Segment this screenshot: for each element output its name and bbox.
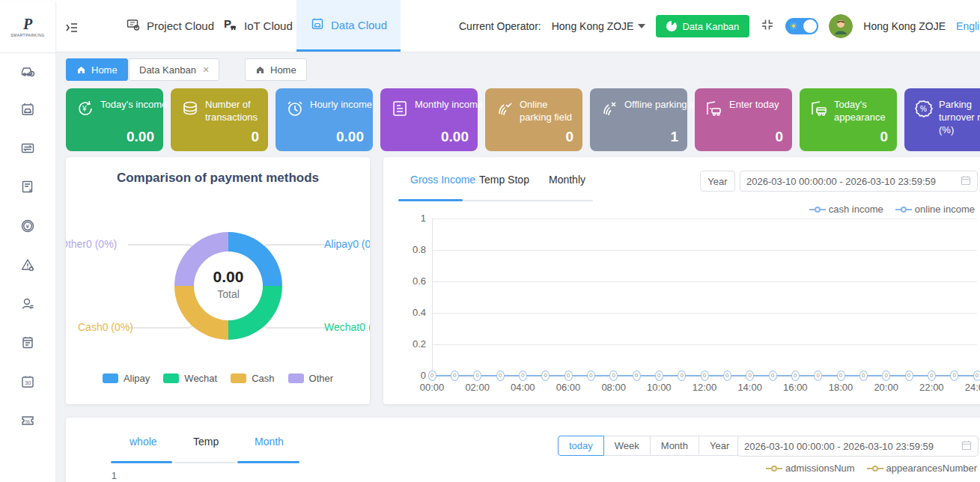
app-logo[interactable]: P SMARTPARKING [0,1,56,52]
y-axis-line [432,219,433,376]
tab-home[interactable]: Home [245,58,307,81]
svg-text:30: 30 [25,379,31,386]
x-tick-label: 04:00 [511,382,535,393]
x-tick-label: 06:00 [556,382,581,393]
payment-methods-panel: Comparison of payment methods 0.00 Total… [66,157,370,404]
month-doc-icon [389,98,410,119]
active-tab-underline [111,461,172,463]
menu-fold-icon[interactable] [64,20,79,38]
admissions-chart-panel: whole Temp Month today Week Month Year 2… [66,418,980,482]
data-point-marker: 0 [678,370,686,381]
stat-card-6[interactable]: Enter today0 [695,88,792,151]
bottom-date-range-input[interactable]: 2026-03-10 00:00:00 - 2026-03-10 23:59:5… [737,436,979,457]
income-coin-icon[interactable]: ¥ [19,218,36,234]
donut-center-text: 0.00 Total [174,268,282,300]
x-tick-label: 02:00 [465,382,490,393]
alert-warning-icon[interactable] [19,257,36,273]
x-tick-label: 12:00 [693,382,717,393]
toggle-knob [803,19,817,33]
data-point-marker: 0 [451,370,459,381]
legend-item-alipay[interactable]: Alipay [103,373,150,384]
tab-month[interactable]: Month [255,436,284,448]
stat-card-4[interactable]: Online parking field0 [485,88,582,151]
language-link[interactable]: English [956,20,980,32]
x-tick-label: 14:00 [737,382,762,393]
wifi-x-icon [599,98,620,119]
tab-temp[interactable]: Temp [193,436,219,448]
y-tick-label: 0.8 [396,244,426,255]
exit-fullscreen-icon[interactable] [760,17,775,35]
data-point-marker: 0 [746,370,754,381]
stat-card-0[interactable]: ¥Today's income ()0.00 [66,88,163,151]
avatar[interactable] [829,14,853,38]
navbar-right-cluster: Current Operator: Hong Kong ZOJE Data Ka… [459,0,980,52]
grid-line [432,281,977,282]
range-year-button[interactable]: Year [699,436,740,456]
project-cloud-icon [126,17,141,34]
card-label: Offline parking lot [624,98,686,111]
stat-card-2[interactable]: Hourly income0.00 [276,88,373,151]
y-tick-label: 0.2 [396,338,426,350]
data-point-marker: 0 [701,370,709,381]
card-label: Today's income () [100,98,162,111]
coupon-ticket-icon[interactable]: % [19,412,36,429]
data-point-marker: 0 [428,370,436,381]
logo-letter: P [23,16,32,31]
card-label: Parking turnover rate (%) [939,98,980,136]
x-tick-label: 00:00 [420,382,445,393]
stat-card-3[interactable]: Monthly income0.00 [380,88,478,151]
tab-data-kanban[interactable]: Data Kanban × [129,58,219,81]
stat-card-5[interactable]: Offline parking lot1 [590,88,687,151]
data-point-marker: 0 [633,370,641,381]
income-chart-panel: Gross Income Temp Stop Monthly Year 2026… [383,157,980,404]
billing-doc-icon[interactable]: ¥ [19,179,36,195]
legend-admissions[interactable]: admissionsNum [766,463,854,474]
stat-card-1[interactable]: Number of transactions0 [171,88,268,151]
card-label: Hourly income [310,98,371,111]
data-kanban-button[interactable]: Data Kanban [656,15,749,37]
current-operator-label: Current Operator: [459,20,541,32]
legend-item-wechat[interactable]: Wechat [163,373,217,384]
stat-card-7[interactable]: Today's appearance0 [800,88,897,151]
close-icon[interactable]: × [203,64,209,76]
legend-item-cash[interactable]: Cash [231,373,274,384]
tab-home-active[interactable]: Home [66,58,128,81]
range-button-group: today Week Month Year [558,436,740,456]
card-label: Number of transactions [205,98,267,123]
operator-name: Hong Kong ZOJE [552,20,634,32]
username[interactable]: Hong Kong ZOJE [863,20,946,32]
parking-record-icon[interactable] [19,101,36,118]
data-point-marker: 0 [814,370,822,381]
gate-exit-icon [809,98,830,119]
income-line-chart[interactable]: 00.20.40.60.8100:0002:0004:0006:0008:001… [383,157,980,404]
tab-whole[interactable]: whole [130,436,157,448]
left-sidebar: ¥ ¥ 30 % [0,53,56,482]
stat-card-8[interactable]: %Parking turnover rate (%)0 [904,88,980,151]
refresh-yen-icon: ¥ [75,98,96,119]
range-today-button[interactable]: today [558,436,604,456]
data-point-marker: 0 [882,370,890,381]
legend-swatch [231,373,246,383]
members-icon[interactable] [19,296,36,312]
theme-toggle[interactable]: ☀ [785,18,818,34]
card-label: Monthly income [415,98,476,111]
grid-line [432,250,977,251]
legend-appearances[interactable]: appearancesNumber [867,463,977,474]
operator-select[interactable]: Hong Kong ZOJE [552,20,646,32]
calendar-30-icon[interactable]: 30 [19,373,36,390]
legend-line-marker [766,466,782,472]
x-tick-label: 18:00 [829,382,853,393]
legend-item-other[interactable]: Other [288,373,334,384]
transactions-icon[interactable] [19,140,36,156]
card-value: 0.00 [336,129,364,145]
tab-label: Home [91,64,118,76]
range-week-button[interactable]: Week [603,436,651,456]
legend-label: Alipay [124,373,150,384]
nav-iot-cloud[interactable]: P IoT Cloud [208,0,306,52]
legend-label: admissionsNum [785,463,854,474]
y-tick-label: 0 [396,370,426,381]
notebook-icon[interactable] [19,335,36,351]
range-month-button[interactable]: Month [650,436,699,456]
vehicle-manage-icon[interactable] [19,62,36,79]
nav-data-cloud[interactable]: Data Cloud [296,0,401,52]
